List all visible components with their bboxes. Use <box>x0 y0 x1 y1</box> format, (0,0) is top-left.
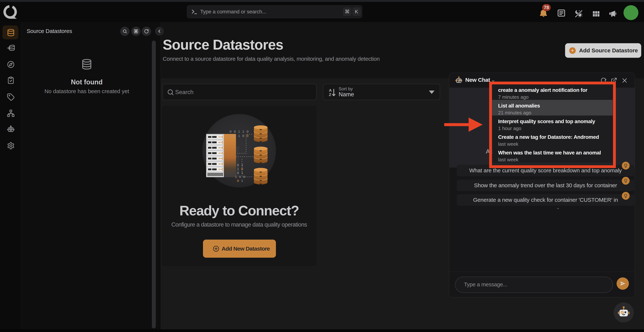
svg-text:0: 0 <box>241 167 243 171</box>
svg-text:0 1: 0 1 <box>237 163 243 167</box>
svg-text:Z: Z <box>329 92 331 97</box>
svg-text:0 0 1 1 0: 0 0 1 1 0 <box>230 130 249 134</box>
svg-text:A: A <box>329 88 332 92</box>
svg-text:1 0 1 0: 1 0 1 0 <box>230 134 244 138</box>
svg-text:0: 0 <box>237 179 239 183</box>
svg-text:1: 1 <box>237 167 239 171</box>
svg-text:0 1: 0 1 <box>237 171 243 175</box>
svg-text:0: 0 <box>246 134 248 138</box>
svg-text:0 0: 0 0 <box>239 175 245 179</box>
svg-text:1: 1 <box>235 175 237 179</box>
svg-text:1: 1 <box>241 179 243 183</box>
